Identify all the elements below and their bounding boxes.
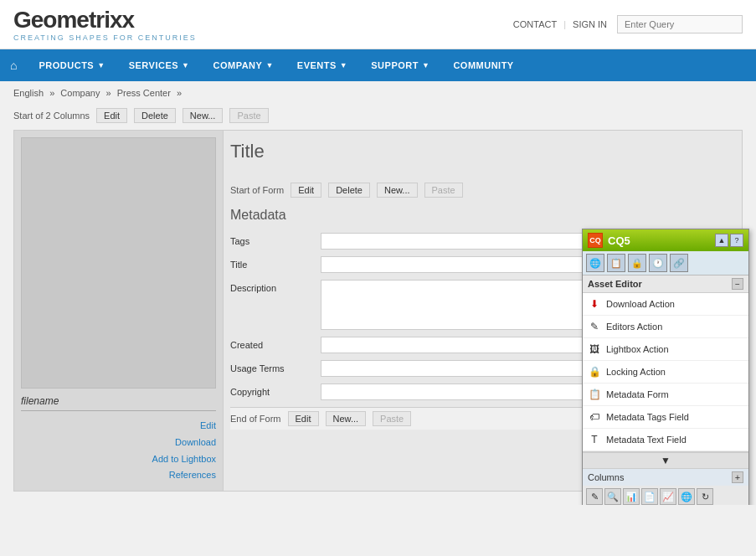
edit-columns-button[interactable]: Edit [96,108,127,123]
doc-bottom-icon[interactable]: 📄 [641,488,658,505]
asset-editor-collapse-button[interactable]: − [732,278,743,290]
lightbox-icon: 🖼 [588,342,601,356]
download-icon: ⬇ [588,297,601,311]
chevron-down-icon: ▼ [340,61,347,70]
image-placeholder [21,137,216,389]
cq5-panel: CQ CQ5 ▲ ? 🌐 📋 🔒 🕐 🔗 Asset Editor − ⬇ [582,229,749,505]
columns-add-button[interactable]: + [732,471,743,483]
top-right: CONTACT | SIGN IN [513,15,743,33]
nav-item-events[interactable]: EVENTS ▼ [285,49,359,81]
breadcrumb-company[interactable]: Company [60,88,100,98]
references-link[interactable]: References [21,467,216,484]
metadata-form-item[interactable]: 📋 Metadata Form [583,384,748,406]
left-actions: Edit Download Add to Lightbox References [21,418,216,484]
metadata-tags-icon: 🏷 [588,410,601,424]
usage-terms-label: Usage Terms [230,360,314,373]
edit-bottom-icon[interactable]: ✎ [586,488,603,505]
delete-form-button[interactable]: Delete [328,183,370,198]
divider: | [563,19,566,29]
filename-area: filename Edit Download Add to Lightbox R… [21,389,216,484]
metadata-text-icon: T [588,433,601,446]
new-columns-button[interactable]: New... [183,108,224,123]
metadata-tags-item[interactable]: 🏷 Metadata Tags Field [583,406,748,429]
nav-item-community[interactable]: COMMUNITY [441,49,525,81]
created-label: Created [230,337,314,350]
editors-icon: ✎ [588,320,601,333]
chart-bottom-icon[interactable]: 📊 [623,488,640,505]
logo-area: Geometrixx CREATING SHAPES FOR CENTURIES [13,7,197,42]
delete-columns-button[interactable]: Delete [134,108,176,123]
paste-form-button[interactable]: Paste [424,183,463,198]
globe-icon[interactable]: 🌐 [586,254,604,272]
breadcrumb-presscenter[interactable]: Press Center [117,88,171,98]
columns-toolbar: Start of 2 Columns Edit Delete New... Pa… [13,105,743,126]
nav-item-support[interactable]: SUPPORT ▼ [359,49,441,81]
signin-link[interactable]: SIGN IN [573,19,607,29]
logo-subtitle: CREATING SHAPES FOR CENTURIES [13,33,197,42]
top-links: CONTACT | SIGN IN [513,19,607,29]
columns-section: Columns + ✎ 🔍 📊 📄 📈 🌐 ↻ [583,468,748,505]
start-form-label: Start of Form [230,185,284,195]
lightbox-action-label: Lightbox Action [606,344,669,354]
lightbox-action-item[interactable]: 🖼 Lightbox Action [583,338,748,361]
refresh-bottom-icon[interactable]: ↻ [697,488,713,505]
tags-label: Tags [230,233,314,246]
graph-bottom-icon[interactable]: 📈 [660,488,676,505]
breadcrumb-english[interactable]: English [13,88,44,98]
cq5-help-button[interactable]: ? [730,234,743,247]
main-content: Start of 2 Columns Edit Delete New... Pa… [0,105,756,505]
left-column: filename Edit Download Add to Lightbox R… [14,131,224,491]
paste-end-button[interactable]: Paste [373,411,411,426]
download-link[interactable]: Download [21,435,216,451]
nav-home[interactable]: ⌂ [0,49,27,81]
nav-item-company[interactable]: COMPANY ▼ [201,49,285,81]
new-form-button[interactable]: New... [377,183,418,198]
metadata-form-label: Metadata Form [606,389,669,399]
lock-icon[interactable]: 🔒 [628,254,646,272]
chevron-down-icon: ▼ [422,61,429,70]
clock-icon[interactable]: 🕐 [649,254,667,272]
editors-action-label: Editors Action [606,322,662,332]
new-end-button[interactable]: New... [326,411,367,426]
clipboard-icon[interactable]: 📋 [607,254,625,272]
page-title: Title [230,137,735,166]
metadata-text-item[interactable]: T Metadata Text Field [583,429,748,451]
cq5-bottom-icons: ✎ 🔍 📊 📄 📈 🌐 ↻ [583,486,748,505]
cq5-cube-icon: CQ [588,233,603,248]
metadata-text-label: Metadata Text Field [606,435,687,445]
editors-action-item[interactable]: ✎ Editors Action [583,316,748,338]
edit-form-button[interactable]: Edit [291,183,321,198]
download-action-label: Download Action [606,299,675,309]
title-label: Title [230,256,314,270]
edit-link[interactable]: Edit [21,418,216,435]
search-bottom-icon[interactable]: 🔍 [604,488,621,505]
link-icon[interactable]: 🔗 [670,254,688,272]
cq5-minimize-button[interactable]: ▲ [715,234,728,247]
asset-editor-header: Asset Editor − [583,275,748,293]
search-input[interactable] [617,15,743,33]
chevron-down-icon: ▼ [265,61,273,70]
columns-section-label: Columns [588,472,624,482]
cq5-menu-list: ⬇ Download Action ✎ Editors Action 🖼 Lig… [583,293,748,452]
nav-item-products[interactable]: PRODUCTS ▼ [27,49,116,81]
download-action-item[interactable]: ⬇ Download Action [583,293,748,316]
contact-link[interactable]: CONTACT [513,19,557,29]
metadata-tags-label: Metadata Tags Field [606,412,689,422]
section-title: Metadata [230,208,735,223]
add-lightbox-link[interactable]: Add to Lightbox [21,451,216,468]
columns-label: Start of 2 Columns [13,111,90,121]
edit-end-button[interactable]: Edit [288,411,319,426]
chevron-down-icon: ▼ [97,61,105,70]
search-box [617,15,743,33]
breadcrumb: English » Company » Press Center » [0,81,756,105]
description-label: Description [230,280,314,293]
scroll-down-button[interactable]: ▼ [583,452,748,468]
web-bottom-icon[interactable]: 🌐 [678,488,695,505]
cq5-title-bar: CQ CQ5 ▲ ? [583,229,748,251]
cq5-title-right: ▲ ? [715,234,743,247]
copyright-label: Copyright [230,384,314,397]
nav-item-services[interactable]: SERVICES ▼ [117,49,202,81]
locking-action-label: Locking Action [606,367,666,377]
locking-action-item[interactable]: 🔒 Locking Action [583,361,748,384]
paste-columns-button[interactable]: Paste [229,108,268,123]
